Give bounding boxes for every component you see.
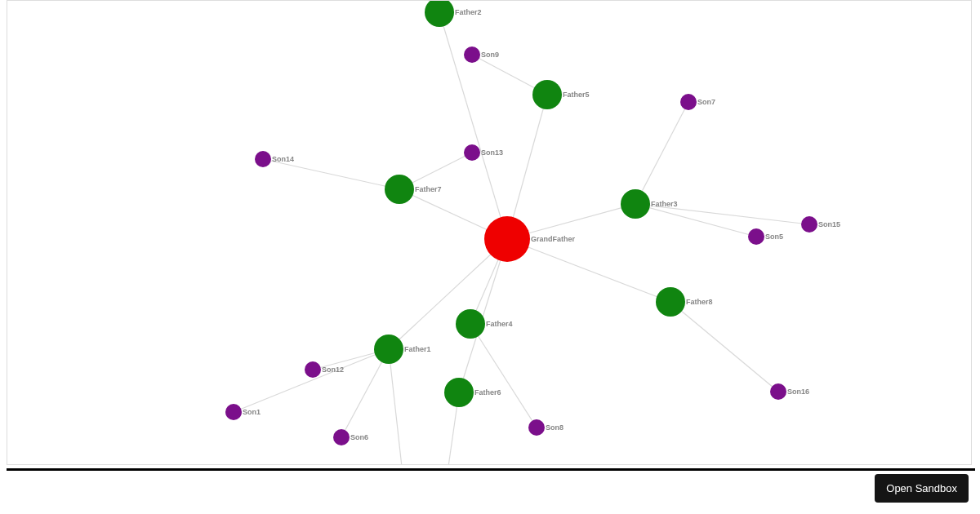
graph-node-son16[interactable]	[770, 383, 786, 400]
graph-node-father3[interactable]	[621, 189, 650, 219]
graph-edge	[234, 349, 389, 412]
graph-node-son14[interactable]	[255, 151, 271, 167]
graph-node-son15[interactable]	[801, 216, 817, 233]
graph-node-father7[interactable]	[385, 175, 414, 204]
open-sandbox-button[interactable]: Open Sandbox	[875, 474, 969, 503]
graph-node-son13[interactable]	[464, 144, 480, 161]
graph-edge	[263, 159, 399, 189]
graph-node-grandfather[interactable]	[484, 216, 530, 262]
graph-edge	[635, 204, 756, 237]
graph-node-father2[interactable]	[425, 1, 454, 27]
graph-edge	[389, 349, 405, 465]
graph-node-son12[interactable]	[305, 361, 321, 378]
graph-node-father1[interactable]	[374, 335, 403, 364]
graph-node-son9[interactable]	[464, 47, 480, 63]
graph-node-father4[interactable]	[456, 309, 485, 339]
graph-edge	[635, 204, 809, 224]
canvas-underline	[7, 468, 975, 471]
graph-node-son8[interactable]	[528, 419, 545, 436]
graph-edge	[507, 239, 670, 302]
graph-edge	[635, 102, 688, 204]
graph-edge	[470, 324, 537, 428]
graph-node-son5[interactable]	[748, 228, 764, 245]
graph-edge	[341, 349, 389, 437]
graph-node-son7[interactable]	[680, 94, 697, 110]
graph-canvas[interactable]: GrandFatherFather1Father2Father3Father4F…	[7, 0, 972, 465]
graph-node-son6[interactable]	[333, 429, 350, 445]
graph-edge	[439, 12, 507, 239]
graph-node-father6[interactable]	[444, 378, 474, 407]
graph-node-father5[interactable]	[532, 80, 562, 109]
graph-node-son1[interactable]	[225, 404, 242, 420]
graph-edge	[670, 302, 778, 392]
graph-node-father8[interactable]	[656, 287, 685, 317]
graph-svg[interactable]	[7, 1, 972, 465]
